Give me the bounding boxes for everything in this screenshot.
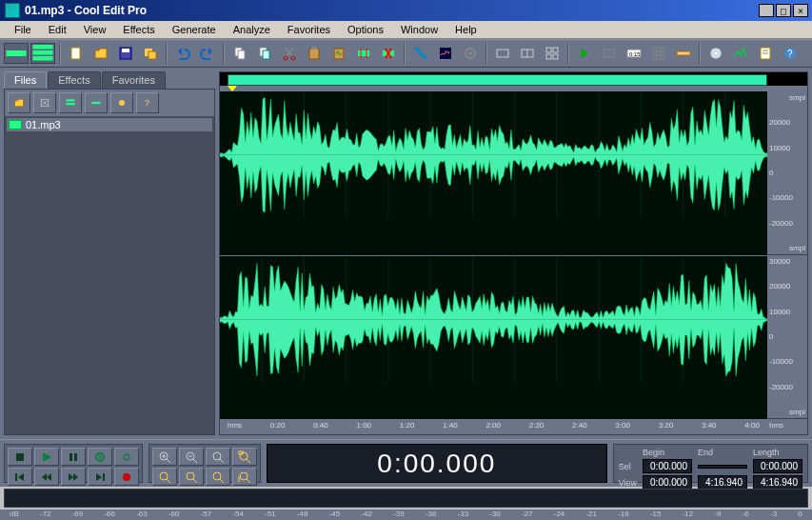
help-files-button[interactable]: ? <box>136 92 159 113</box>
svg-rect-35 <box>677 51 690 55</box>
go-start-button[interactable] <box>8 468 32 486</box>
rewind-button[interactable] <box>34 468 59 486</box>
menu-generate[interactable]: Generate <box>164 22 225 37</box>
play-button[interactable] <box>34 448 59 466</box>
script-button[interactable] <box>754 42 777 65</box>
app-icon <box>5 3 20 18</box>
trim-button[interactable] <box>352 42 375 65</box>
svg-rect-16 <box>311 47 317 50</box>
pause-button[interactable] <box>61 448 86 466</box>
spectral-button[interactable] <box>434 42 457 65</box>
menu-file[interactable]: File <box>6 22 40 37</box>
ruler-button[interactable] <box>672 42 695 65</box>
zoom-out-button[interactable] <box>179 448 204 466</box>
menu-analyze[interactable]: Analyze <box>225 22 279 37</box>
sel-end[interactable] <box>698 465 747 469</box>
waveform-left-channel[interactable] <box>220 91 767 256</box>
menu-favorites[interactable]: Favorites <box>279 22 339 37</box>
close-file-button[interactable] <box>33 92 56 113</box>
file-row[interactable]: 01.mp3 <box>7 118 212 131</box>
convert-button[interactable] <box>409 42 432 65</box>
view-tool-1[interactable] <box>491 42 514 65</box>
view-end[interactable]: 4:16.940 <box>698 475 747 490</box>
mix-paste-button[interactable] <box>327 42 350 65</box>
tab-files[interactable]: Files <box>4 71 47 89</box>
forward-button[interactable] <box>61 468 86 486</box>
menu-options[interactable]: Options <box>339 22 392 37</box>
svg-point-99 <box>240 472 248 480</box>
batch-button[interactable] <box>139 42 162 65</box>
maximize-button[interactable]: □ <box>776 4 791 17</box>
file-name: 01.mp3 <box>26 119 61 130</box>
view-tool-2[interactable] <box>516 42 539 65</box>
audio-file-icon <box>9 120 22 130</box>
record-button[interactable] <box>114 468 139 486</box>
menu-edit[interactable]: Edit <box>40 22 75 37</box>
tab-favorites[interactable]: Favorites <box>102 71 166 89</box>
file-list[interactable]: 01.mp3 <box>5 116 214 434</box>
zoom-left-button[interactable] <box>152 468 177 486</box>
svg-rect-75 <box>69 453 72 461</box>
copy-to-new-button[interactable] <box>253 42 276 65</box>
zoom-in-button[interactable] <box>152 448 177 466</box>
paste-button[interactable] <box>303 42 326 65</box>
stop-button[interactable] <box>8 448 32 466</box>
menu-help[interactable]: Help <box>446 22 485 37</box>
svg-line-100 <box>247 479 250 483</box>
go-end-button[interactable] <box>88 468 112 486</box>
svg-line-89 <box>220 459 224 463</box>
svg-point-46 <box>119 100 125 106</box>
time-format-button[interactable]: 0:15 <box>623 42 645 65</box>
sel-length[interactable]: 0:00.000 <box>753 459 802 473</box>
zoom-selection-button[interactable] <box>232 448 257 466</box>
transport-tool-1[interactable] <box>573 42 596 65</box>
amplitude-scale: smpl 20000 10000 0 -10000 -20000 smpl 30… <box>767 91 807 419</box>
tab-effects[interactable]: Effects <box>48 71 100 89</box>
svg-text:0:15: 0:15 <box>629 51 641 57</box>
loop-button[interactable] <box>114 448 139 466</box>
zoom-prev-button[interactable] <box>206 468 230 486</box>
svg-line-91 <box>247 459 250 463</box>
waveform-right-channel[interactable] <box>220 256 767 420</box>
help-button[interactable]: ? <box>779 42 802 65</box>
svg-rect-25 <box>497 50 508 57</box>
svg-rect-29 <box>553 48 558 52</box>
time-display[interactable]: 0:00.000 <box>267 444 607 483</box>
zoom-right-button[interactable] <box>179 468 204 486</box>
menu-window[interactable]: Window <box>392 22 446 37</box>
copy-button[interactable] <box>228 42 251 65</box>
save-button[interactable] <box>114 42 137 65</box>
level-meter[interactable] <box>4 489 808 508</box>
settings-button[interactable] <box>459 42 482 65</box>
options-button[interactable] <box>110 92 133 113</box>
redo-button[interactable] <box>196 42 219 65</box>
grid-button[interactable] <box>647 42 670 65</box>
open-file-button[interactable] <box>8 92 30 113</box>
new-button[interactable] <box>65 42 88 65</box>
undo-button[interactable] <box>171 42 194 65</box>
close-button[interactable]: × <box>793 4 808 17</box>
edit-file-button[interactable] <box>85 92 108 113</box>
delete-button[interactable] <box>377 42 400 65</box>
view-begin[interactable]: 0:00.000 <box>643 475 692 490</box>
view-tool-3[interactable] <box>541 42 564 65</box>
sel-begin[interactable]: 0:00.000 <box>643 459 692 473</box>
analyze-button[interactable] <box>729 42 752 65</box>
play-to-end-button[interactable] <box>88 448 112 466</box>
edit-view-mode-button[interactable] <box>4 43 29 64</box>
open-button[interactable] <box>89 42 112 65</box>
zoom-full-button[interactable] <box>206 448 230 466</box>
menu-view[interactable]: View <box>75 22 115 37</box>
zoom-vert-button[interactable] <box>232 468 257 486</box>
minimize-button[interactable]: _ <box>759 4 774 17</box>
svg-point-80 <box>123 473 130 481</box>
view-length[interactable]: 4:16.940 <box>753 475 802 490</box>
svg-point-24 <box>468 51 472 55</box>
transport-tool-2[interactable] <box>598 42 621 65</box>
multitrack-mode-button[interactable] <box>30 43 55 64</box>
insert-multitrack-button[interactable] <box>59 92 82 113</box>
overview-bar[interactable] <box>228 74 767 86</box>
menu-effects[interactable]: Effects <box>114 22 163 37</box>
cut-button[interactable] <box>278 42 301 65</box>
cd-button[interactable] <box>704 42 727 65</box>
